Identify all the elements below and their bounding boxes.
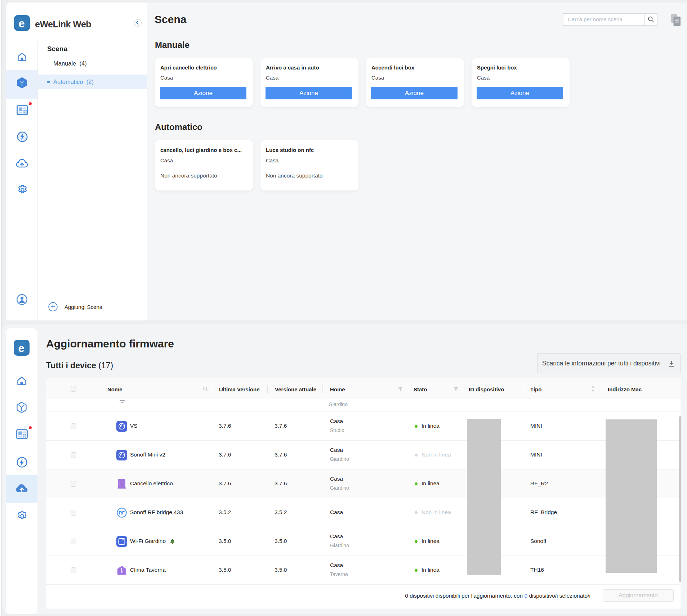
- svg-text:RF: RF: [119, 511, 125, 516]
- svg-text:e: e: [18, 17, 24, 30]
- svg-text:e: e: [18, 342, 24, 355]
